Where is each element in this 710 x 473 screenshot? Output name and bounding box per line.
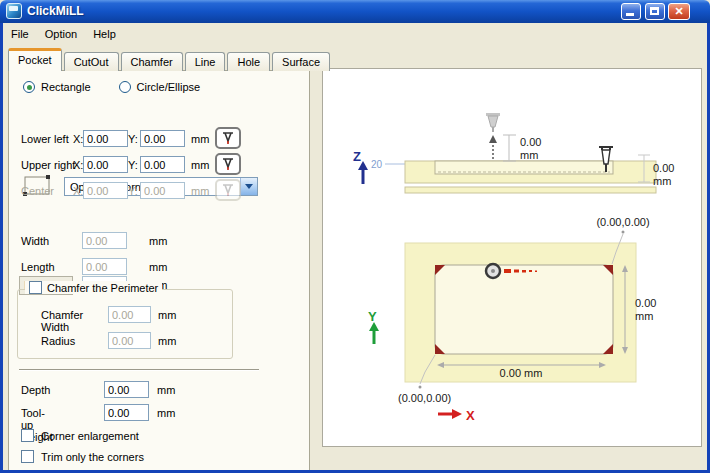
- lower-left-y-prefix: Y:: [128, 133, 138, 145]
- toolup-dim-unit: mm: [520, 149, 538, 161]
- origin-bottom-left-label: (0.00,0.00): [398, 392, 451, 404]
- upper-right-y-prefix: Y:: [128, 159, 138, 171]
- tool-raised-icon: [486, 113, 500, 132]
- lower-left-label: Lower left: [21, 133, 69, 145]
- rectangle-radio-label: Rectangle: [41, 81, 91, 93]
- tab-chamfer[interactable]: Chamfer: [121, 52, 183, 71]
- section-divider: [19, 369, 259, 371]
- origin-top-right-label: (0.00,0.00): [596, 216, 649, 228]
- pocket-diagram: Z 20: [323, 69, 701, 446]
- tab-hole[interactable]: Hole: [227, 52, 270, 71]
- menu-bar: File Option Help: [3, 23, 707, 44]
- tab-surface[interactable]: Surface: [272, 52, 330, 71]
- origin-bottom-left-dot: [419, 386, 422, 389]
- side-view: Z 20: [353, 113, 674, 193]
- radius-label: Radius: [41, 335, 75, 347]
- width-dim-value: 0.00 mm: [500, 367, 543, 379]
- depth-label: Depth: [21, 384, 50, 396]
- radius-input: [108, 332, 151, 349]
- y-axis-label: Y: [368, 309, 377, 324]
- lower-left-y-input[interactable]: [140, 130, 185, 147]
- tab-cutout[interactable]: CutOut: [64, 52, 119, 71]
- upper-right-teach-button[interactable]: [215, 153, 241, 175]
- circle-ellipse-radio-label: Circle/Ellipse: [137, 81, 201, 93]
- height-dim-value: 0.00: [635, 297, 656, 309]
- length-input: [82, 258, 127, 275]
- lower-left-x-prefix: X:: [73, 133, 83, 145]
- close-icon: ✕: [674, 5, 683, 17]
- chamfer-perimeter-label: Chamfer the Perimeter: [47, 282, 158, 294]
- depth-dim-value: 0.00: [653, 162, 674, 174]
- origin-top-right-dot: [622, 231, 625, 234]
- chamfer-width-label: Chamfer Width: [41, 309, 83, 333]
- toolup-arrowhead: [489, 135, 497, 143]
- center-x-prefix: X:: [73, 185, 83, 197]
- center-y-input: [140, 182, 185, 199]
- depth-dim-unit: mm: [653, 175, 671, 187]
- tab-pocket[interactable]: Pocket: [8, 48, 62, 71]
- x-axis-label: X: [466, 408, 475, 423]
- app-icon: [6, 3, 22, 19]
- window-title: ClickMiLL: [27, 4, 84, 18]
- trim-corners-label: Trim only the corners: [41, 451, 144, 463]
- width-unit: mm: [149, 235, 167, 247]
- lower-left-x-input[interactable]: [83, 130, 128, 147]
- mill-tool-icon: [221, 183, 235, 198]
- circle-ellipse-radio[interactable]: [119, 81, 131, 93]
- length-label: Length: [21, 261, 55, 273]
- corner-enlargement-row: Corner enlargement: [21, 429, 139, 442]
- lower-left-teach-button[interactable]: [215, 127, 241, 149]
- center-unit: mm: [191, 185, 209, 197]
- maximize-icon: [650, 7, 659, 15]
- depth-input[interactable]: [104, 381, 149, 398]
- menu-help[interactable]: Help: [85, 26, 124, 42]
- upper-right-unit: mm: [191, 159, 209, 171]
- z-tick-label: 20: [371, 159, 383, 170]
- lower-left-unit: mm: [191, 133, 209, 145]
- upper-right-x-prefix: X:: [73, 159, 83, 171]
- height-dim-unit: mm: [635, 310, 653, 322]
- pocket-outline: [435, 265, 613, 354]
- center-label: Center: [21, 185, 54, 197]
- mill-tool-icon: [221, 157, 235, 172]
- title-bar[interactable]: ClickMiLL ✕: [0, 0, 710, 23]
- preview-panel: Z 20: [322, 68, 702, 447]
- toolup-dim-value: 0.00: [520, 136, 541, 148]
- app-window: ClickMiLL ✕ File Option Help Pocket CutO…: [0, 0, 710, 473]
- upper-right-y-input[interactable]: [140, 156, 185, 173]
- tab-line[interactable]: Line: [185, 52, 226, 71]
- z-axis-label: Z: [353, 149, 361, 164]
- toolup-height-input[interactable]: [104, 404, 149, 421]
- minimize-button[interactable]: [621, 3, 641, 20]
- upper-right-label: Upper right: [21, 159, 75, 171]
- length-unit: mm: [149, 261, 167, 273]
- trim-corners-checkbox[interactable]: [21, 450, 34, 463]
- width-input: [82, 232, 127, 249]
- menu-option[interactable]: Option: [37, 26, 85, 42]
- corner-enlargement-checkbox[interactable]: [21, 429, 34, 442]
- upper-right-x-input[interactable]: [83, 156, 128, 173]
- center-x-input: [83, 182, 128, 199]
- tab-strip: Pocket CutOut Chamfer Line Hole Surface: [8, 48, 332, 71]
- menu-file[interactable]: File: [3, 26, 37, 42]
- tool-top-center: [491, 269, 495, 273]
- center-y-prefix: Y:: [128, 185, 138, 197]
- top-view: (0.00,0.00) (0.00,0.00) 0.00 mm 0.00 mm: [368, 216, 656, 423]
- mill-tool-icon: [221, 131, 235, 146]
- maximize-button[interactable]: [645, 3, 665, 20]
- pocket-tab-page: Rectangle Circle/Ellipse Opposite Corner…: [8, 70, 310, 470]
- center-teach-button: [215, 179, 241, 201]
- toolup-height-unit: mm: [157, 407, 175, 419]
- close-button[interactable]: ✕: [668, 3, 690, 20]
- x-axis-arrowhead: [452, 409, 462, 419]
- corner-enlargement-label: Corner enlargement: [41, 430, 139, 442]
- window-border-left: [0, 20, 3, 473]
- chamfer-perimeter-checkbox[interactable]: [29, 281, 42, 294]
- rectangle-radio[interactable]: [23, 81, 35, 93]
- chevron-down-icon[interactable]: [240, 178, 257, 195]
- radius-unit: mm: [158, 335, 176, 347]
- stock-base-strip: [405, 187, 656, 193]
- chamfer-width-input: [108, 306, 151, 323]
- chamfer-width-unit: mm: [158, 309, 176, 321]
- width-label: Width: [21, 235, 49, 247]
